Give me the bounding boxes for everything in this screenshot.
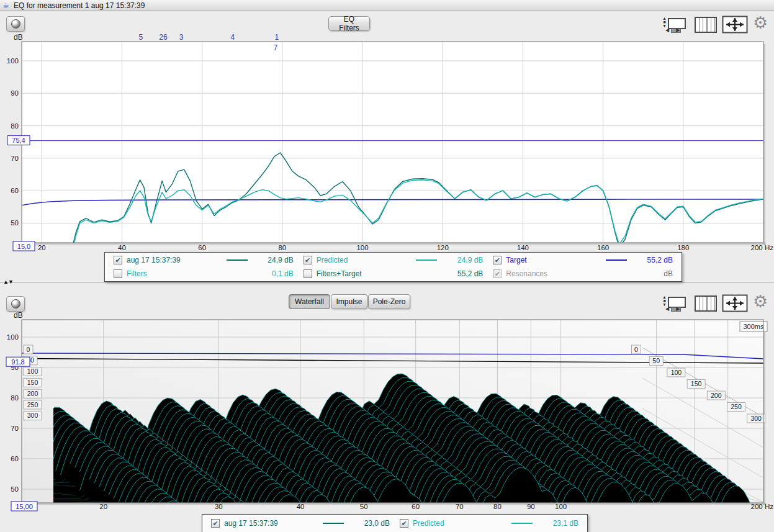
svg-text:50: 50 [360,503,368,510]
wf-frequency-gridlines-button[interactable] [695,295,717,314]
wf-graph-limits-button[interactable]: ▲■▼ ◀ ▶ [662,294,690,312]
svg-text:20: 20 [99,503,107,510]
legend-checkbox[interactable]: ✔ [211,519,220,528]
legend-label[interactable]: aug 17 15:37:39 [127,256,227,264]
tab-pole-zero[interactable]: Pole-Zero [368,294,410,309]
svg-text:75,4: 75,4 [12,137,25,144]
svg-text:60: 60 [11,455,19,462]
legend-checkbox[interactable]: ✔ [114,256,122,264]
legend-label[interactable]: Predicted [317,256,416,264]
legend-value: 23,0 dB [350,519,390,528]
graph-limits-button[interactable]: ▲■▼ ◀ ▶ [662,16,690,33]
camera-lens-icon [11,19,20,29]
svg-text:0: 0 [634,346,638,353]
capture-camera-button[interactable] [6,16,25,32]
filter-number-marker: 7 [274,43,278,52]
svg-text:40: 40 [297,503,305,510]
tab-impulse[interactable]: Impulse [331,294,367,309]
eq-y-axis-unit: dB [14,33,23,42]
legend-checkbox: ✔ [493,269,502,278]
svg-text:100: 100 [555,503,567,510]
svg-text:80: 80 [493,503,502,510]
svg-text:20: 20 [38,244,46,251]
svg-text:100: 100 [7,57,19,65]
svg-text:300: 300 [27,412,38,419]
legend-value: 23,1 dB [539,519,578,528]
legend-checkbox[interactable]: ✔ [493,256,502,264]
svg-text:100: 100 [27,367,38,375]
legend-line-swatch [606,273,627,274]
settings-gear-button[interactable]: ⚙ [753,14,768,31]
svg-text:90: 90 [527,503,535,510]
splitter-collapse-toggle[interactable]: ▲▼ [3,279,13,285]
limits-leftright-arrows-icon: ◀ ▶ [665,306,686,312]
svg-text:80: 80 [278,244,286,251]
camera-lens-icon [11,299,20,309]
legend-value: 55,2 dB [443,269,483,278]
legend-checkbox[interactable] [114,269,122,278]
legend-line-swatch [323,523,344,524]
svg-text:91,8: 91,8 [11,358,24,366]
svg-text:60: 60 [198,244,206,251]
tab-waterfall[interactable]: Waterfall [289,294,330,309]
eq-filters-button[interactable]: EQ Filters [328,16,370,31]
eq-plot-area[interactable] [22,42,763,243]
svg-text:30: 30 [215,503,223,510]
waterfall-legend: ✔aug 17 15:37:3923,0 dB✔Predicted23,1 dB [202,514,588,532]
svg-text:150: 150 [691,380,702,387]
frequency-gridlines-button[interactable] [695,17,717,35]
svg-text:200: 200 [711,392,722,399]
wf-settings-gear-button[interactable]: ⚙ [753,293,768,310]
legend-checkbox[interactable] [304,269,312,278]
svg-text:50: 50 [11,219,19,227]
legend-item: Filters+Target55,2 dB [299,268,488,280]
svg-text:250: 250 [27,401,38,408]
pan-arrows-icon [722,16,748,34]
svg-text:140: 140 [517,244,529,251]
gridlines-icon [695,17,717,33]
java-app-icon: ☕ [2,1,9,9]
legend-value: 0,1 dB [254,269,294,278]
legend-checkbox[interactable]: ✔ [304,256,312,264]
svg-text:200 Hz: 200 Hz [751,244,774,251]
svg-text:40: 40 [118,244,126,251]
svg-text:90: 90 [11,89,19,97]
svg-text:80: 80 [11,394,19,402]
legend-value: 55,2 dB [633,256,673,264]
svg-text:120: 120 [437,244,449,251]
legend-line-swatch [227,273,248,274]
pan-arrows-icon [722,294,748,312]
waterfall-camera-button[interactable] [6,296,25,312]
wf-y-axis-unit: dB [14,311,23,320]
eq-legend: ✔aug 17 15:37:3924,9 dB✔Predicted24,9 dB… [104,252,682,282]
panel-divider [0,282,774,283]
legend-item: ✔Target55,2 dB [488,255,678,266]
legend-label[interactable]: Resonances [506,269,606,278]
legend-label[interactable]: aug 17 15:37:39 [224,519,323,528]
legend-item: ✔aug 17 15:37:3924,9 dB [109,255,299,266]
legend-label[interactable]: Filters [127,269,227,278]
svg-text:50: 50 [652,357,660,364]
legend-checkbox[interactable]: ✔ [400,519,408,528]
svg-text:150: 150 [27,379,38,386]
legend-item: ✔aug 17 15:37:3923,0 dB [206,518,395,530]
legend-label[interactable]: Filters+Target [317,269,416,278]
window-titlebar[interactable]: ☕ EQ for measurement 1 aug 17 15:37:39 [0,0,774,11]
window-title: EQ for measurement 1 aug 17 15:37:39 [14,1,145,10]
svg-text:300ms: 300ms [743,323,764,330]
svg-text:60: 60 [11,187,19,194]
legend-item: ✔Predicted24,9 dB [299,255,488,266]
svg-text:100: 100 [671,369,682,376]
legend-label[interactable]: Predicted [413,519,511,528]
svg-text:200: 200 [27,390,38,397]
svg-text:70: 70 [456,503,464,510]
legend-line-swatch [416,259,437,261]
legend-label[interactable]: Target [506,256,606,264]
legend-line-swatch [606,259,627,261]
filter-number-marker: 1 [274,33,279,42]
svg-text:80: 80 [11,122,19,130]
legend-line-swatch [511,523,533,524]
filter-number-marker: 5 [139,33,143,42]
svg-text:70: 70 [11,425,19,432]
filter-number-marker: 26 [159,33,168,42]
